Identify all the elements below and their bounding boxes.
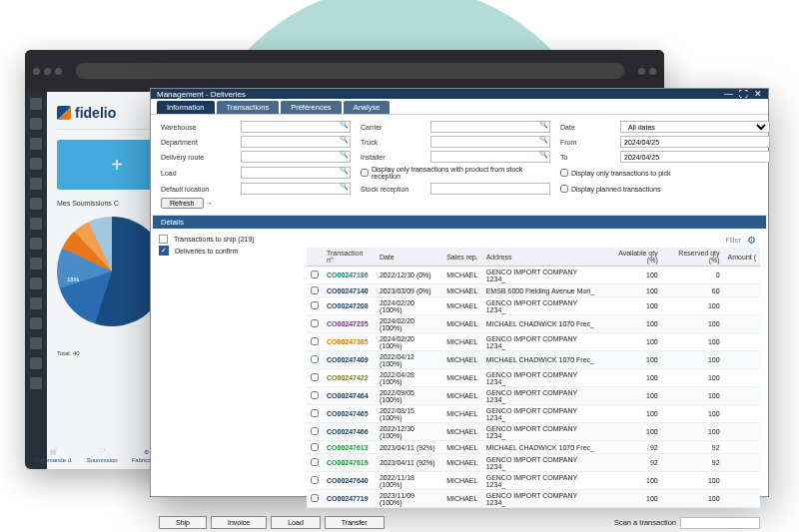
table-row[interactable]: CO002476132023/04/11 (92%)MICHAELMICHAEL…: [307, 441, 760, 454]
row-checkbox[interactable]: [311, 319, 319, 327]
table-row[interactable]: CO002474222022/04/28 (100%)MICHAELGENCO …: [307, 369, 760, 387]
lbl-truck: Truck: [361, 139, 420, 146]
row-checkbox[interactable]: [311, 337, 319, 345]
dialog-titlebar[interactable]: Management - Deliveries —⛶✕: [151, 89, 768, 99]
row-checkbox[interactable]: [311, 301, 319, 309]
col-header[interactable]: [307, 248, 323, 266]
botnav-commande[interactable]: 🛒Commande d.: [47, 448, 73, 463]
table-row[interactable]: CO002474642022/09/05 (100%)MICHAELGENCO …: [307, 387, 760, 405]
col-header[interactable]: Address: [482, 248, 602, 266]
botnav-soumission[interactable]: 📄Soumission: [87, 448, 118, 463]
load-input[interactable]: [241, 167, 351, 179]
details-header: Détails: [153, 216, 766, 229]
ship-button[interactable]: Ship: [159, 516, 207, 529]
chk-planned[interactable]: [560, 185, 568, 193]
department-input[interactable]: [241, 136, 351, 148]
refresh-button[interactable]: Refresh: [161, 198, 204, 209]
grid-area: Filter⚙ Transaction n°DateSales rep.Addr…: [307, 233, 760, 508]
opt-ship[interactable]: Transactions to ship (219): [159, 235, 299, 244]
col-header[interactable]: Available qty (%): [602, 248, 662, 266]
lbl-route: Delivery route: [161, 154, 231, 161]
table-row[interactable]: CO002472082024/02/20 (100%)MICHAELGENCO …: [307, 297, 760, 315]
defaultloc-input[interactable]: [241, 183, 351, 195]
deliveries-dialog: Management - Deliveries —⛶✕ Information …: [150, 88, 769, 497]
lbl-carrier: Carrier: [361, 124, 420, 131]
col-header[interactable]: Transaction n°: [323, 248, 376, 266]
lbl-installer: Installer: [361, 154, 420, 161]
scan-input[interactable]: [680, 517, 760, 529]
tab-information[interactable]: Information: [157, 101, 215, 114]
stockrecep-input[interactable]: [430, 183, 550, 195]
lbl-load: Load: [161, 170, 231, 177]
lbl-warehouse: Warehouse: [161, 124, 231, 131]
row-checkbox[interactable]: [311, 443, 319, 451]
to-input[interactable]: [620, 151, 770, 163]
row-checkbox[interactable]: [311, 409, 319, 417]
lbl-defaultloc: Default location: [161, 186, 231, 193]
col-header[interactable]: Date: [376, 248, 442, 266]
row-checkbox[interactable]: [311, 355, 319, 363]
row-checkbox[interactable]: [311, 373, 319, 381]
row-checkbox[interactable]: [311, 286, 319, 294]
table-row[interactable]: CO002471402023/03/09 (0%)MICHAELEMSB 600…: [307, 284, 760, 297]
maximize-icon[interactable]: ⛶: [739, 89, 748, 99]
table-row[interactable]: CO002472352024/02/20 (100%)MICHAELMICHAE…: [307, 315, 760, 333]
table-row[interactable]: CO002476402022/11/18 (100%)MICHAELGENCO …: [307, 472, 760, 490]
table-row[interactable]: CO002476192023/04/11 (92%)MICHAELGENCO I…: [307, 454, 760, 472]
tab-transactions[interactable]: Transactions: [217, 101, 280, 114]
truck-input[interactable]: [430, 136, 550, 148]
address-bar[interactable]: [76, 63, 624, 79]
col-header[interactable]: Amount (: [724, 248, 760, 266]
left-icon-rail[interactable]: [25, 92, 47, 469]
lbl-date: Date: [560, 124, 610, 131]
tab-analyse[interactable]: Analyse: [344, 101, 391, 114]
logo[interactable]: fidelio: [57, 105, 116, 121]
action-bar: Ship Invoice Load Transfer Scan a transa…: [151, 512, 768, 532]
lbl-to: To: [560, 154, 610, 161]
minimize-icon[interactable]: —: [724, 89, 733, 99]
from-input[interactable]: [620, 136, 770, 148]
table-row[interactable]: CO002474662022/12/30 (100%)MICHAELGENCO …: [307, 423, 760, 441]
chk-pick[interactable]: [560, 169, 568, 177]
table-row[interactable]: CO002474092022/04/12 (100%)MICHAELMICHAE…: [307, 351, 760, 369]
table-row[interactable]: CO002473852024/02/20 (100%)MICHAELGENCO …: [307, 333, 760, 351]
lbl-department: Department: [161, 139, 231, 146]
transfer-button[interactable]: Transfer: [325, 516, 385, 529]
table-row[interactable]: CO002471362022/12/30 (0%)MICHAELGENCO IM…: [307, 266, 760, 284]
col-header[interactable]: Reserved qty (%): [662, 248, 724, 266]
route-input[interactable]: [241, 151, 351, 163]
opt-confirm[interactable]: ✓Deliveries to confirm: [159, 246, 299, 256]
transactions-table: Transaction n°DateSales rep.AddressAvail…: [307, 248, 760, 508]
invoice-button[interactable]: Invoice: [211, 516, 267, 529]
filter-panel: Warehouse Carrier DateAll dates Departme…: [151, 115, 768, 216]
row-checkbox[interactable]: [311, 476, 319, 484]
chk-stock[interactable]: [361, 169, 369, 177]
row-checkbox[interactable]: [311, 270, 319, 278]
row-checkbox[interactable]: [311, 494, 319, 502]
row-checkbox[interactable]: [311, 458, 319, 466]
browser-chrome: [25, 50, 664, 92]
dialog-title: Management - Deliveries: [157, 90, 246, 99]
warehouse-input[interactable]: [241, 121, 351, 133]
carrier-input[interactable]: [430, 121, 550, 133]
bottom-nav: 🛒Commande d. 📄Soumission ⚙Fabrication: [47, 448, 161, 463]
close-icon[interactable]: ✕: [754, 89, 762, 99]
col-header[interactable]: Sales rep.: [442, 248, 482, 266]
filter-label: Filter: [725, 237, 741, 244]
table-row[interactable]: CO002477192023/11/09 (100%)MICHAELGENCO …: [307, 490, 760, 508]
lbl-from: From: [560, 139, 610, 146]
tab-preferences[interactable]: Préférences: [281, 101, 341, 114]
left-options: Transactions to ship (219) ✓Deliveries t…: [159, 233, 299, 508]
arrow-icon: →: [206, 199, 214, 208]
lbl-stockrecep: Stock reception: [361, 186, 420, 193]
date-select[interactable]: All dates: [620, 121, 770, 133]
table-row[interactable]: CO002474652022/08/15 (100%)MICHAELGENCO …: [307, 405, 760, 423]
row-checkbox[interactable]: [311, 391, 319, 399]
scan-label: Scan a transaction: [614, 518, 676, 527]
row-checkbox[interactable]: [311, 427, 319, 435]
load-button[interactable]: Load: [271, 516, 321, 529]
dialog-tabs: Information Transactions Préférences Ana…: [151, 99, 768, 115]
installer-input[interactable]: [430, 151, 550, 163]
gear-icon[interactable]: ⚙: [747, 235, 756, 246]
